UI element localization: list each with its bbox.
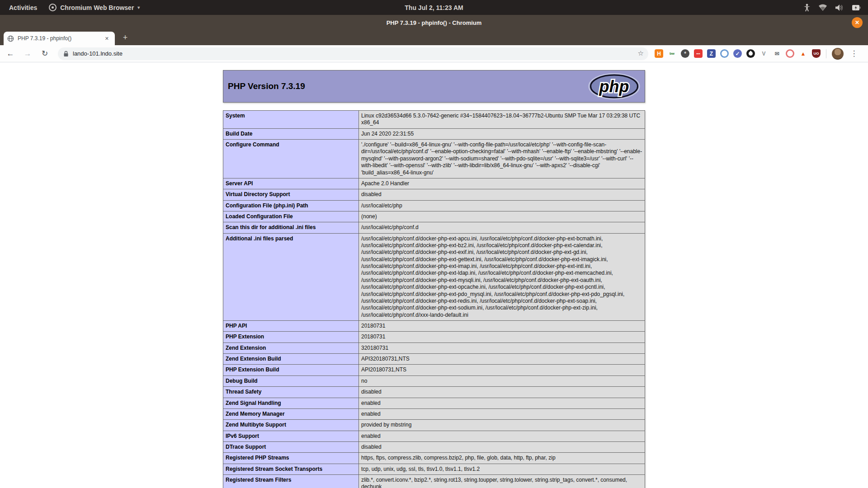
svg-text:php: php <box>599 77 629 96</box>
ublock-extension-icon[interactable]: UO <box>812 49 821 58</box>
v-extension-icon[interactable]: V <box>760 49 768 58</box>
page-viewport[interactable]: PHP Version 7.3.19 php SystemLinux c92d3… <box>0 63 868 488</box>
info-value-cell: Jun 24 2020 22:31:55 <box>359 128 645 139</box>
info-value-cell: zlib.*, convert.iconv.*, bzip2.*, string… <box>359 475 645 488</box>
activities-button[interactable]: Activities <box>6 3 40 12</box>
tab-strip: PHP 7.3.19 - phpinfo() ✕ + <box>0 30 868 45</box>
info-label-cell: DTrace Support <box>223 441 359 452</box>
info-label-cell: IPv6 Support <box>223 431 359 441</box>
info-value-cell: enabled <box>359 398 645 408</box>
system-tray[interactable] <box>803 4 868 12</box>
lighthouse-extension-icon[interactable]: ▲ <box>799 49 807 58</box>
info-value-cell: tcp, udp, unix, udg, ssl, tls, tlsv1.0, … <box>359 464 645 474</box>
battery-charging-icon <box>852 5 861 11</box>
info-row: SystemLinux c92d36534d66 5.3.0-7642-gene… <box>223 111 645 129</box>
browser-menu-icon[interactable]: ⋮ <box>848 49 860 58</box>
info-value-cell: 320180731 <box>359 343 645 353</box>
app-menu-label: Chromium Web Browser <box>60 4 134 11</box>
info-value-cell: enabled <box>359 408 645 419</box>
info-label-cell: Zend Extension Build <box>223 354 359 365</box>
info-label-cell: PHP Extension Build <box>223 365 359 375</box>
new-tab-button[interactable]: + <box>119 32 131 44</box>
info-row: Configuration File (php.ini) Path/usr/lo… <box>223 200 645 211</box>
info-row: IPv6 Supportenabled <box>223 431 645 441</box>
info-value-cell: Apache 2.0 Handler <box>359 178 645 189</box>
z-extension-icon[interactable]: Z <box>707 49 716 58</box>
info-value-cell: API20180731,NTS <box>359 365 645 375</box>
info-label-cell: Debug Build <box>223 375 359 386</box>
chevron-down-icon: ▾ <box>137 5 140 10</box>
phpinfo-page: PHP Version 7.3.19 php SystemLinux c92d3… <box>223 70 645 488</box>
info-label-cell: Thread Safety <box>223 387 359 398</box>
info-row: Zend Extension BuildAPI320180731,NTS <box>223 354 645 365</box>
info-label-cell: PHP API <box>223 320 359 331</box>
h-extension-icon[interactable]: H <box>655 49 663 58</box>
info-value-cell: enabled <box>359 431 645 441</box>
accessibility-icon <box>803 4 811 12</box>
back-icon[interactable]: ← <box>4 47 17 61</box>
info-label-cell: Build Date <box>223 128 359 139</box>
info-row: Server APIApache 2.0 Handler <box>223 178 645 189</box>
info-row: PHP Extension20180731 <box>223 332 645 343</box>
info-row: Registered Stream Filterszlib.*, convert… <box>223 475 645 488</box>
info-label-cell: Configure Command <box>223 140 359 178</box>
tab-title: PHP 7.3.19 - phpinfo() <box>18 35 103 42</box>
gnome-top-bar: Activities Chromium Web Browser ▾ Thu Ju… <box>0 0 868 15</box>
tab-close-icon[interactable]: ✕ <box>103 35 111 42</box>
reload-icon[interactable]: ↻ <box>38 47 52 61</box>
info-row: Zend Multibyte Supportprovided by mbstri… <box>223 420 645 431</box>
info-label-cell: Registered PHP Streams <box>223 453 359 464</box>
bug-extension-icon[interactable]: * <box>681 49 689 58</box>
browser-toolbar: ← → ↻ lando-101.lndo.site ☆ Hbw*•••Z✓V✉▲… <box>0 45 868 62</box>
info-label-cell: Registered Stream Socket Transports <box>223 464 359 474</box>
window-title: PHP 7.3.19 - phpinfo() - Chromium <box>387 19 482 26</box>
info-row: Registered PHP Streamshttps, ftps, compr… <box>223 453 645 464</box>
page-title: PHP Version 7.3.19 <box>228 81 305 91</box>
info-label-cell: PHP Extension <box>223 332 359 343</box>
purple-check-extension-icon[interactable]: ✓ <box>733 49 742 58</box>
info-label-cell: Registered Stream Filters <box>223 475 359 488</box>
profile-avatar[interactable] <box>832 48 844 60</box>
extensions-area: Hbw*•••Z✓V✉▲UO <box>655 49 821 58</box>
info-label-cell: Loaded Configuration File <box>223 211 359 222</box>
php-logo: php <box>588 73 640 99</box>
volume-icon <box>835 4 844 11</box>
info-value-cell: (none) <box>359 211 645 222</box>
info-label-cell: Zend Extension <box>223 343 359 353</box>
notebook-extension-icon[interactable]: ✉ <box>773 49 781 58</box>
globe-favicon-icon <box>7 35 14 42</box>
app-menu-button[interactable]: Chromium Web Browser ▾ <box>49 4 140 11</box>
info-row: Additional .ini files parsed/usr/local/e… <box>223 233 645 320</box>
forward-icon[interactable]: → <box>21 47 34 61</box>
url-text[interactable]: lando-101.lndo.site <box>73 50 123 57</box>
info-label-cell: Zend Multibyte Support <box>223 420 359 431</box>
red-swirl-extension-icon[interactable] <box>786 49 794 58</box>
bookmark-star-icon[interactable]: ☆ <box>638 49 644 57</box>
info-row: Zend Memory Managerenabled <box>223 408 645 419</box>
info-row: Zend Extension320180731 <box>223 343 645 353</box>
bw-extension-icon[interactable]: bw <box>668 49 676 58</box>
info-value-cell: disabled <box>359 387 645 398</box>
blue-swirl-extension-icon[interactable] <box>720 49 729 58</box>
lock-icon[interactable] <box>63 51 69 57</box>
info-row: Zend Signal Handlingenabled <box>223 398 645 408</box>
info-value-cell: /usr/local/etc/php <box>359 200 645 211</box>
red-dots-extension-icon[interactable]: ••• <box>694 49 703 58</box>
flame-extension-icon[interactable] <box>746 49 755 58</box>
chromium-icon <box>49 4 57 11</box>
info-label-cell: Virtual Directory Support <box>223 189 359 200</box>
info-label-cell: Zend Memory Manager <box>223 408 359 419</box>
info-row: PHP API20180731 <box>223 320 645 331</box>
window-close-button[interactable]: ✕ <box>852 17 863 28</box>
window-titlebar[interactable]: PHP 7.3.19 - phpinfo() - Chromium ✕ <box>0 15 868 30</box>
tab-phpinfo[interactable]: PHP 7.3.19 - phpinfo() ✕ <box>4 32 115 45</box>
info-value-cell: /usr/local/etc/php/conf.d <box>359 222 645 233</box>
info-value-cell: /usr/local/etc/php/conf.d/docker-php-ext… <box>359 233 645 320</box>
info-value-cell: 20180731 <box>359 320 645 331</box>
info-value-cell: Linux c92d36534d66 5.3.0-7642-generic #3… <box>359 111 645 129</box>
info-label-cell: System <box>223 111 359 129</box>
info-label-cell: Scan this dir for additional .ini files <box>223 222 359 233</box>
info-value-cell: API320180731,NTS <box>359 354 645 365</box>
address-bar[interactable]: lando-101.lndo.site ☆ <box>58 47 648 60</box>
info-row: Configure Command'./configure' '--build=… <box>223 140 645 178</box>
